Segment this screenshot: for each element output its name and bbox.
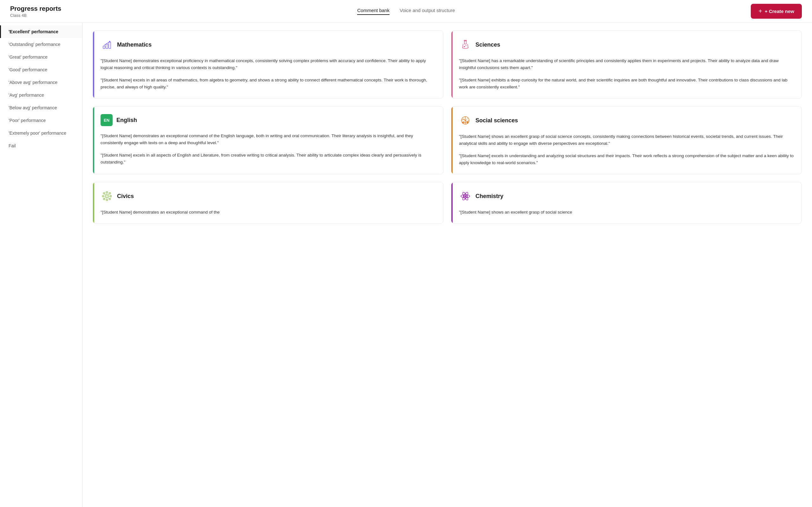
card-comment-sciences-0: "[Student Name] has a remarkable underst… — [459, 57, 794, 72]
social-icon — [459, 114, 472, 127]
card-title-mathematics: Mathematics — [117, 42, 152, 48]
card-title-civics: Civics — [117, 193, 134, 200]
cards-grid: Mathematics"[Student Name] demonstrates … — [93, 31, 802, 224]
card-title-english: English — [116, 117, 137, 124]
math-icon — [101, 38, 113, 51]
sidebar-item-below-avg[interactable]: 'Below avg' performance — [0, 101, 82, 114]
english-icon: EN — [101, 114, 113, 126]
header-branding: Progress reports Class 4B — [10, 5, 61, 18]
svg-point-19 — [109, 193, 111, 194]
card-comment-mathematics-0: "[Student Name] demonstrates exceptional… — [101, 57, 436, 72]
card-chemistry: Chemistry"[Student Name] shows an excell… — [451, 182, 802, 224]
card-title-social-sciences: Social sciences — [475, 117, 518, 124]
sidebar-item-above-avg[interactable]: 'Above avg' performance — [0, 76, 82, 89]
card-border-chemistry — [451, 182, 453, 223]
card-header-mathematics: Mathematics — [101, 38, 436, 51]
card-border-civics — [93, 182, 94, 223]
card-title-chemistry: Chemistry — [475, 193, 503, 200]
card-social-sciences: Social sciences"[Student Name] shows an … — [451, 106, 802, 174]
svg-point-17 — [110, 195, 112, 197]
svg-line-28 — [105, 197, 106, 199]
plus-icon: + — [758, 8, 762, 15]
tab-voice-output[interactable]: Voice and output structure — [400, 8, 455, 15]
main-layout: 'Excellent' performance'Outstanding' per… — [0, 23, 812, 507]
tab-bar: Comment bank Voice and output structure — [357, 8, 455, 15]
card-english: ENEnglish"[Student Name] demonstrates an… — [93, 106, 444, 174]
card-comment-civics-0: "[Student Name] demonstrates an exceptio… — [101, 209, 436, 216]
card-header-chemistry: Chemistry — [459, 190, 794, 203]
svg-line-27 — [108, 194, 109, 195]
svg-line-26 — [105, 194, 106, 195]
card-comment-social-sciences-1: "[Student Name] excels in understanding … — [459, 153, 794, 167]
create-new-button[interactable]: + + Create new — [751, 4, 802, 19]
card-border-sciences — [451, 31, 453, 98]
card-sciences: Sciences"[Student Name] has a remarkable… — [451, 31, 802, 99]
sidebar-item-avg[interactable]: 'Avg' performance — [0, 89, 82, 101]
svg-point-20 — [103, 199, 105, 200]
svg-point-3 — [109, 41, 110, 42]
svg-point-13 — [106, 195, 108, 198]
science-icon — [459, 38, 472, 51]
svg-rect-1 — [106, 44, 108, 49]
page-title: Progress reports — [10, 5, 61, 12]
content-area: Mathematics"[Student Name] demonstrates … — [83, 23, 812, 507]
svg-point-6 — [464, 46, 465, 47]
card-comment-english-1: "[Student Name] excels in all aspects of… — [101, 152, 436, 166]
card-title-sciences: Sciences — [475, 42, 500, 48]
sidebar: 'Excellent' performance'Outstanding' per… — [0, 23, 83, 507]
sidebar-item-good[interactable]: 'Good' performance — [0, 63, 82, 76]
page-header: Progress reports Class 4B Comment bank V… — [0, 0, 812, 23]
svg-point-18 — [103, 193, 105, 194]
card-border-english — [93, 107, 94, 174]
svg-line-29 — [108, 197, 109, 199]
card-civics: Civics"[Student Name] demonstrates an ex… — [93, 182, 444, 224]
svg-point-14 — [106, 192, 108, 193]
sidebar-item-poor[interactable]: 'Poor' performance — [0, 114, 82, 127]
card-header-english: ENEnglish — [101, 114, 436, 126]
sidebar-item-fail[interactable]: Fail — [0, 139, 82, 152]
sidebar-item-extremely-poor[interactable]: 'Extremely poor' performance — [0, 127, 82, 139]
svg-rect-5 — [464, 41, 466, 44]
card-comment-chemistry-0: "[Student Name] shows an excellent grasp… — [459, 209, 794, 216]
card-mathematics: Mathematics"[Student Name] demonstrates … — [93, 31, 444, 99]
svg-rect-0 — [103, 46, 105, 49]
civics-icon — [101, 190, 113, 203]
card-comment-english-0: "[Student Name] demonstrates an exceptio… — [101, 132, 436, 147]
card-border-mathematics — [93, 31, 94, 98]
card-header-sciences: Sciences — [459, 38, 794, 51]
card-border-social-sciences — [451, 107, 453, 174]
sidebar-item-outstanding[interactable]: 'Outstanding' performance — [0, 38, 82, 51]
svg-point-34 — [464, 195, 466, 197]
card-header-social-sciences: Social sciences — [459, 114, 794, 127]
sidebar-item-great[interactable]: 'Great' performance — [0, 51, 82, 63]
svg-point-16 — [102, 195, 104, 197]
svg-point-15 — [106, 199, 108, 201]
card-header-civics: Civics — [101, 190, 436, 203]
chemistry-icon — [459, 190, 472, 203]
card-comment-sciences-1: "[Student Name] exhibits a deep curiosit… — [459, 77, 794, 91]
class-subtitle: Class 4B — [10, 13, 61, 18]
sidebar-item-excellent[interactable]: 'Excellent' performance — [0, 25, 82, 38]
create-new-label: + Create new — [765, 9, 794, 14]
svg-rect-2 — [109, 42, 111, 49]
svg-point-7 — [466, 45, 467, 46]
card-comment-social-sciences-0: "[Student Name] shows an excellent grasp… — [459, 133, 794, 147]
tab-comment-bank[interactable]: Comment bank — [357, 8, 390, 15]
card-comment-mathematics-1: "[Student Name] excels in all areas of m… — [101, 77, 436, 91]
svg-point-21 — [109, 199, 111, 200]
